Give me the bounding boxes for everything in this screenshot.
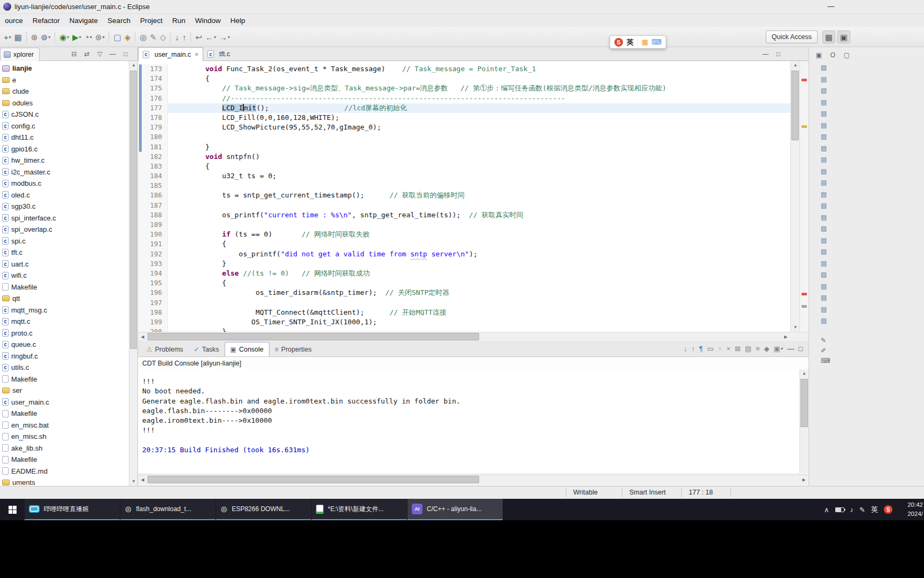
keyboard-view-icon[interactable]: ⌨ bbox=[821, 358, 830, 364]
tree-item[interactable]: cspi_overlap.c bbox=[0, 224, 129, 235]
editor-tab-user_main.c[interactable]: cuser_main.c× bbox=[138, 47, 203, 61]
scroll-left-icon[interactable]: ◀ bbox=[138, 332, 147, 341]
scrollbar-thumb[interactable] bbox=[800, 379, 808, 427]
editor-horizontal-scrollbar[interactable]: ◀ ▶ bbox=[138, 332, 808, 341]
quick-access-button[interactable]: Quick Access bbox=[766, 31, 818, 43]
tray-language-indicator[interactable]: 英 bbox=[871, 505, 878, 514]
code-text[interactable]: LCD_Fill(0,0,160,128,WHITE); bbox=[168, 113, 790, 123]
code-editor[interactable]: 173void Func_Task_2(os_event_t * Task_me… bbox=[138, 61, 808, 332]
line-number-187[interactable]: 187 bbox=[138, 201, 168, 210]
line-number-200[interactable]: 200 bbox=[138, 327, 168, 332]
tree-item[interactable]: cuser_main.c bbox=[0, 397, 129, 408]
view-bar-icon[interactable]: ▤ bbox=[821, 225, 827, 237]
line-number-179[interactable]: 179 bbox=[138, 123, 168, 132]
save-button[interactable]: ▦ bbox=[13, 30, 24, 44]
tree-item[interactable]: cmqtt.c bbox=[0, 316, 129, 328]
code-text[interactable]: OS_Timer_SNTP_Init_JX(1000,1); bbox=[168, 317, 790, 327]
code-text[interactable] bbox=[168, 298, 790, 308]
line-number-186[interactable]: 186 bbox=[138, 191, 168, 200]
minimize-view-button[interactable]: — bbox=[786, 343, 796, 355]
next-annotation-button[interactable]: ↓ bbox=[173, 30, 181, 44]
bilibili-live-taskbar-button[interactable]: 哔哩哔哩直播姬 bbox=[25, 499, 120, 520]
menu-help[interactable]: Help bbox=[226, 15, 250, 26]
annotation-mark[interactable] bbox=[802, 125, 807, 128]
minimized-file-button[interactable]: ▢ bbox=[841, 49, 852, 60]
view-bar-icon[interactable]: ▤ bbox=[821, 202, 827, 214]
outline-view-button[interactable]: O bbox=[827, 49, 838, 60]
editor-vertical-scrollbar[interactable]: ▲ ▼ bbox=[790, 61, 799, 332]
new-wizard-button[interactable]: +▾ bbox=[2, 30, 13, 44]
tray-expand-icon[interactable]: ∧ bbox=[824, 506, 829, 513]
clear-console-button[interactable]: ▤ bbox=[743, 343, 753, 355]
menu-run[interactable]: Run bbox=[167, 15, 190, 26]
line-number-184[interactable]: 184 bbox=[138, 171, 168, 181]
code-text[interactable]: LCD_Init(); //lcd屏幕的初始化 bbox=[168, 103, 790, 113]
tree-item[interactable]: ctft.c bbox=[0, 247, 129, 258]
scroll-right-icon[interactable]: ▶ bbox=[799, 475, 808, 484]
tree-item[interactable]: ccJSON.c bbox=[0, 109, 129, 120]
view-bar-icon[interactable]: ▤ bbox=[821, 248, 827, 260]
remove-launch-button[interactable]: × bbox=[725, 343, 732, 355]
build-all-button[interactable]: ⊚▾ bbox=[40, 30, 52, 44]
code-text[interactable] bbox=[168, 181, 790, 191]
tree-item[interactable]: coled.c bbox=[0, 189, 129, 201]
eclipse-cdt-taskbar-button[interactable]: AIC/C++ - aliyun-lia... bbox=[407, 499, 503, 520]
console-view[interactable]: !!!No boot needed.Generate eagle.flash.b… bbox=[138, 369, 808, 473]
view-bar-icon[interactable]: ▤ bbox=[821, 87, 827, 99]
line-number-180[interactable]: 180 bbox=[138, 132, 168, 142]
esp8266-download-tool-taskbar-button[interactable]: ⊛ESP8266 DOWNL... bbox=[216, 499, 311, 520]
annotation-mark[interactable] bbox=[802, 305, 807, 308]
scroll-left-icon[interactable]: ◀ bbox=[138, 475, 147, 484]
display-selected-button[interactable]: ▭ bbox=[706, 343, 715, 355]
tree-item[interactable]: cqueue.c bbox=[0, 339, 129, 351]
ime-language-indicator[interactable]: 英 bbox=[627, 37, 634, 47]
scroll-up-icon[interactable]: ▲ bbox=[791, 61, 800, 70]
open-perspective-button[interactable]: ▦ bbox=[822, 31, 835, 43]
view-bar-icon[interactable]: ▤ bbox=[821, 237, 827, 249]
line-number-188[interactable]: 188 bbox=[138, 210, 168, 220]
run-button[interactable]: ▶▾ bbox=[71, 30, 83, 44]
build-button[interactable]: ⊛ bbox=[29, 30, 40, 44]
annotation-pen-icon[interactable]: ✎ bbox=[821, 337, 830, 344]
code-text[interactable] bbox=[168, 201, 790, 210]
menu-project[interactable]: Project bbox=[135, 15, 167, 26]
back-button[interactable]: ←▾ bbox=[204, 30, 218, 44]
minimize-window-button[interactable]: — bbox=[823, 1, 838, 12]
scroll-lock-button[interactable]: ≡ bbox=[754, 343, 761, 355]
view-bar-icon[interactable]: ▤ bbox=[821, 133, 827, 145]
last-edit-button[interactable]: ↩ bbox=[194, 30, 204, 44]
tree-item[interactable]: uments bbox=[0, 477, 129, 486]
tree-item[interactable]: en_misc.bat bbox=[0, 420, 129, 431]
code-text[interactable] bbox=[168, 132, 790, 142]
tree-item[interactable]: cspi.c bbox=[0, 235, 129, 247]
line-number-196[interactable]: 196 bbox=[138, 288, 168, 298]
code-text[interactable]: os_printf("current time : %s\n", sntp_ge… bbox=[168, 210, 790, 220]
minimize-editor-button[interactable]: — bbox=[760, 48, 771, 59]
code-text[interactable]: } bbox=[168, 327, 790, 332]
tree-item[interactable]: csgp30.c bbox=[0, 201, 129, 212]
code-text[interactable] bbox=[168, 220, 790, 230]
restore-views-button[interactable]: ▣ bbox=[813, 49, 825, 60]
view-bar-icon[interactable]: ▤ bbox=[821, 168, 827, 180]
sogou-logo-icon[interactable]: S bbox=[614, 38, 623, 47]
tree-item[interactable]: cmqtt_msg.c bbox=[0, 305, 129, 316]
view-bar-icon[interactable]: ▤ bbox=[821, 156, 827, 168]
view-bar-icon[interactable]: ▤ bbox=[821, 191, 827, 203]
line-number-182[interactable]: 182 bbox=[138, 152, 168, 162]
tree-item[interactable]: e bbox=[0, 74, 129, 86]
tree-item[interactable]: cdht11.c bbox=[0, 132, 129, 143]
code-area[interactable]: 173void Func_Task_2(os_event_t * Task_me… bbox=[138, 61, 790, 332]
line-number-174[interactable]: 174 bbox=[138, 74, 168, 83]
ime-toolbar[interactable]: S 英 ▦⌨ bbox=[610, 35, 666, 49]
scroll-up-icon[interactable]: ▲ bbox=[800, 369, 808, 378]
view-bar-icon[interactable]: ▤ bbox=[821, 317, 827, 329]
tree-item[interactable]: Makefile bbox=[0, 454, 129, 466]
scroll-down-icon[interactable]: ▼ bbox=[129, 477, 138, 486]
console-vertical-scrollbar[interactable]: ▲ ▼ bbox=[799, 369, 808, 473]
maximize-editor-button[interactable]: □ bbox=[773, 48, 784, 59]
menu-window[interactable]: Window bbox=[190, 15, 226, 26]
view-bar-icon[interactable]: ▤ bbox=[821, 214, 827, 226]
line-number-197[interactable]: 197 bbox=[138, 298, 168, 308]
tree-item[interactable]: qtt bbox=[0, 293, 129, 305]
external-tools-button[interactable]: ⊛▾ bbox=[94, 30, 106, 44]
